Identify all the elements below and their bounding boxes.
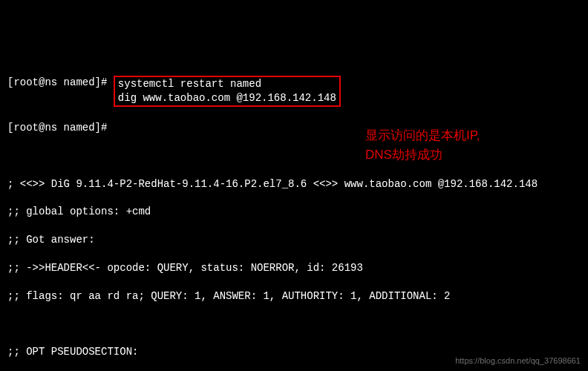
- blank-line: [7, 318, 581, 332]
- command-restart: systemctl restart named: [118, 78, 261, 90]
- dig-banner: ; <<>> DiG 9.11.4-P2-RedHat-9.11.4-16.P2…: [7, 177, 581, 191]
- dig-flags: ;; flags: qr aa rd ra; QUERY: 1, ANSWER:…: [7, 289, 581, 303]
- dig-got-answer: ;; Got answer:: [7, 233, 581, 247]
- command-dig: dig www.taobao.com @192.168.142.148: [118, 92, 336, 104]
- dig-global-options: ;; global options: +cmd: [7, 205, 581, 219]
- dig-header: ;; ->>HEADER<<- opcode: QUERY, status: N…: [7, 261, 581, 275]
- terminal-output: [root@ns named]# systemctl restart named…: [7, 62, 581, 371]
- shell-prompt: [root@ns named]#: [7, 76, 107, 88]
- annotation-line-1: 显示访问的是本机IP,: [365, 126, 521, 145]
- watermark-text: https://blog.csdn.net/qq_37698661: [455, 355, 581, 367]
- shell-prompt: [root@ns named]#: [7, 122, 107, 134]
- annotation-callout: 显示访问的是本机IP, DNS劫持成功: [365, 126, 521, 164]
- annotation-line-2: DNS劫持成功: [365, 145, 521, 165]
